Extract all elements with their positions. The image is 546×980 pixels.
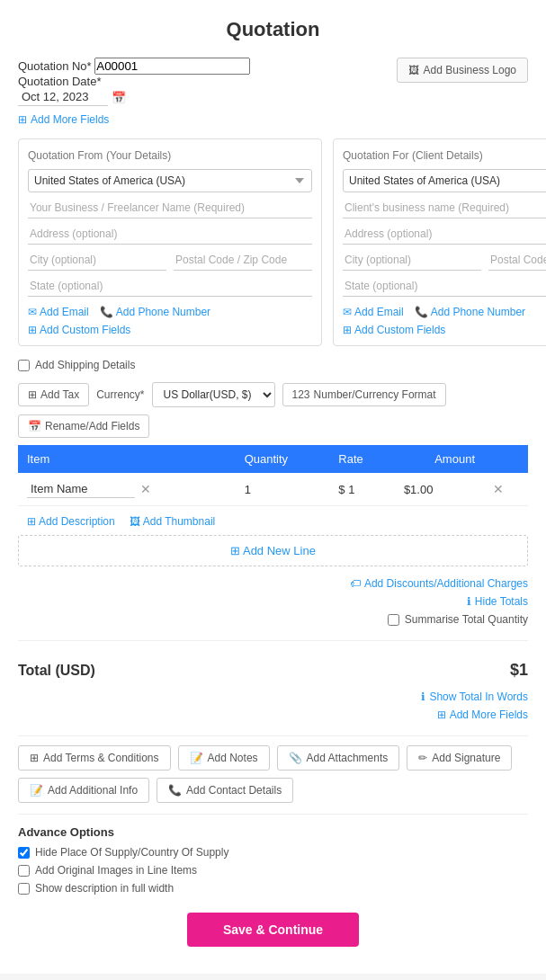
add-attachments-button[interactable]: 📎 Add Attachments [277, 745, 400, 771]
option2-checkbox[interactable] [18, 865, 30, 877]
toolbar-row: ⊞ Add Tax Currency* US Dollar(USD, $) 12… [18, 382, 528, 438]
option1-checkbox[interactable] [18, 847, 30, 859]
shipping-checkbox[interactable] [18, 360, 30, 371]
summarise-checkbox[interactable] [388, 614, 399, 626]
add-additional-info-button[interactable]: 📝 Add Additional Info [18, 778, 149, 803]
add-line-icon: ⊞ [230, 544, 240, 557]
thumb-icon: 🖼 [130, 515, 140, 528]
add-description-link[interactable]: ⊞ Add Description [27, 515, 115, 528]
add-thumbnail-link[interactable]: 🖼 Add Thumbnail [130, 515, 216, 528]
from-city-input[interactable] [28, 250, 166, 271]
quotation-no-input[interactable] [94, 58, 250, 75]
info-icon: ℹ [467, 595, 471, 608]
header-left: Quotation No* Quotation Date* 📅 [18, 58, 250, 106]
option3-checkbox[interactable] [18, 883, 30, 895]
add-signature-button[interactable]: ✏ Add Signature [407, 745, 512, 771]
item-quantity-cell: 1 [236, 473, 330, 506]
items-table-header: Item Quantity Rate Amount [18, 445, 528, 473]
for-state-input[interactable] [343, 276, 546, 297]
item-name-input[interactable] [27, 480, 135, 498]
from-add-phone-link[interactable]: 📞 Add Phone Number [100, 306, 210, 318]
for-city-zip-row [343, 250, 546, 271]
item-name-cell: ✕ [18, 473, 236, 506]
email-icon2: ✉ [343, 306, 352, 318]
quotation-for-section: Quotation For (Client Details) United St… [333, 138, 546, 346]
item-amount-cell: $1.00 [395, 473, 484, 506]
totals-section: 🏷 Add Discounts/Additional Charges ℹ Hid… [18, 577, 528, 721]
phone-icon2: 📞 [415, 306, 428, 318]
quotation-date-row: Quotation Date* 📅 [18, 75, 250, 106]
col-item: Item [18, 445, 236, 473]
from-add-custom-fields-link[interactable]: ⊞ Add Custom Fields [28, 324, 312, 336]
number-format-button[interactable]: 123 Number/Currency Format [282, 383, 446, 406]
quotation-no-label: Quotation No* [18, 59, 92, 73]
add-terms-button[interactable]: ⊞ Add Terms & Conditions [18, 745, 171, 771]
add-desc-thumb-row: ⊞ Add Description 🖼 Add Thumbnail [18, 512, 528, 535]
add-business-logo-button[interactable]: 🖼 Add Business Logo [397, 58, 528, 83]
from-country-select[interactable]: United States of America (USA) [28, 169, 312, 192]
info-icon2: ℹ [421, 690, 425, 703]
from-business-name-input[interactable] [28, 198, 312, 218]
date-field-wrap: 📅 [18, 88, 250, 106]
for-postal-input[interactable] [488, 250, 546, 271]
header-section: Quotation No* Quotation Date* 📅 🖼 Add Bu… [18, 58, 528, 106]
signature-icon: ✏ [418, 752, 427, 764]
from-add-email-link[interactable]: ✉ Add Email [28, 306, 89, 318]
number-icon: 123 [292, 388, 310, 401]
advance-options-title: Advance Options [18, 825, 528, 839]
quotation-date-input[interactable] [18, 88, 108, 106]
hide-totals-link[interactable]: ℹ Hide Totals [467, 595, 528, 608]
add-notes-button[interactable]: 📝 Add Notes [178, 745, 270, 771]
currency-label: Currency* [96, 388, 144, 401]
shipping-label: Add Shipping Details [35, 359, 135, 371]
total-label: Total (USD) [18, 663, 95, 679]
advance-options: Advance Options Hide Place Of Supply/Cou… [18, 825, 528, 895]
tax-icon: ⊞ [28, 388, 37, 401]
discount-icon: 🏷 [350, 577, 361, 590]
for-add-phone-link[interactable]: 📞 Add Phone Number [415, 306, 525, 318]
item-delete-cell: ✕ [484, 473, 528, 506]
for-add-custom-fields-link[interactable]: ⊞ Add Custom Fields [343, 324, 546, 336]
option1-row: Hide Place Of Supply/Country Of Supply [18, 846, 528, 859]
summarise-row: Summarise Total Quantity [388, 613, 528, 626]
attachment-icon: 📎 [289, 752, 302, 764]
add-contact-details-button[interactable]: 📞 Add Contact Details [157, 778, 293, 803]
image-icon: 🖼 [408, 64, 419, 76]
item-delete-button[interactable]: ✕ [493, 482, 504, 496]
for-business-name-input[interactable] [343, 198, 546, 218]
from-postal-input[interactable] [174, 250, 312, 271]
bottom-actions: ⊞ Add Terms & Conditions 📝 Add Notes 📎 A… [18, 745, 528, 803]
quotation-for-title: Quotation For (Client Details) [343, 148, 546, 162]
from-address-input[interactable] [28, 224, 312, 245]
notes-icon: 📝 [190, 752, 203, 764]
add-new-line-button[interactable]: ⊞ Add New Line [18, 535, 528, 566]
rename-fields-button[interactable]: 📅 Rename/Add Fields [18, 414, 149, 438]
from-add-links-row: ✉ Add Email 📞 Add Phone Number [28, 306, 312, 318]
for-add-email-link[interactable]: ✉ Add Email [343, 306, 404, 318]
item-rate-cell: $ 1 [329, 473, 395, 506]
for-city-input[interactable] [343, 250, 481, 271]
email-icon: ✉ [28, 306, 37, 318]
show-total-in-words-link[interactable]: ℹ Show Total In Words [421, 690, 528, 703]
phone-icon: 📞 [100, 306, 113, 318]
quotation-sections: Quotation From (Your Details) United Sta… [18, 138, 528, 346]
items-table: Item Quantity Rate Amount ✕ 1 $ [18, 445, 528, 506]
table-row: ✕ 1 $ 1 $1.00 ✕ [18, 473, 528, 506]
option1-label: Hide Place Of Supply/Country Of Supply [35, 846, 228, 859]
item-name-clear-button[interactable]: ✕ [140, 482, 151, 496]
add-discounts-link[interactable]: 🏷 Add Discounts/Additional Charges [350, 577, 528, 590]
add-more-fields-link[interactable]: ⊞ Add More Fields [18, 113, 528, 126]
col-actions [484, 445, 528, 473]
currency-select[interactable]: US Dollar(USD, $) [152, 382, 275, 407]
add-more-fields-totals-link[interactable]: ⊞ Add More Fields [437, 708, 528, 721]
for-address-input[interactable] [343, 224, 546, 245]
for-country-select[interactable]: United States of America (USA) [343, 169, 546, 192]
desc-icon: ⊞ [27, 515, 36, 528]
save-continue-button[interactable]: Save & Continue [187, 913, 359, 947]
option3-label: Show description in full width [35, 882, 174, 895]
option3-row: Show description in full width [18, 882, 528, 895]
col-rate: Rate [329, 445, 395, 473]
quotation-no-row: Quotation No* [18, 58, 250, 75]
from-state-input[interactable] [28, 276, 312, 297]
add-tax-button[interactable]: ⊞ Add Tax [18, 383, 89, 406]
